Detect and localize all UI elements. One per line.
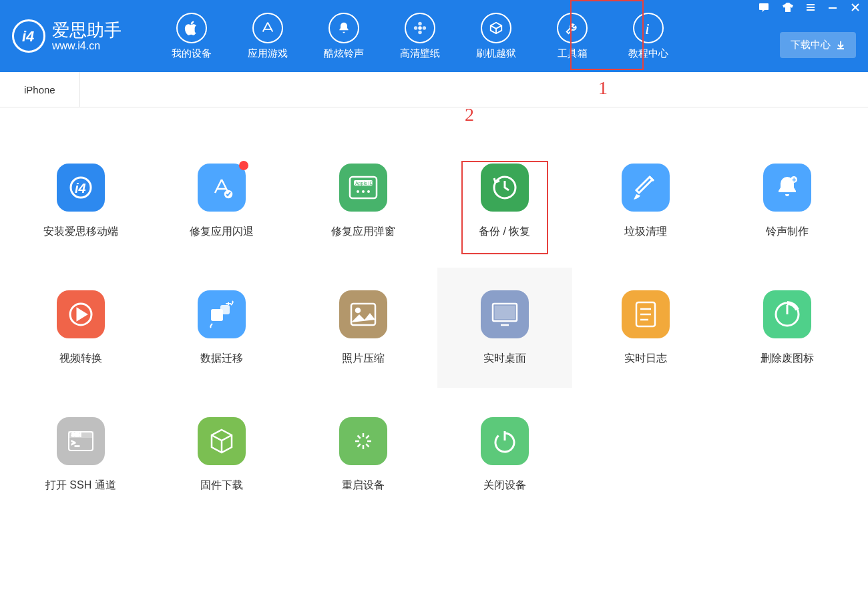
svg-point-31 <box>356 308 360 312</box>
box-icon <box>481 13 511 43</box>
download-center-button[interactable]: 下载中心 <box>780 32 856 58</box>
tool-label: 删除废图标 <box>761 352 814 366</box>
nav-apps[interactable]: 应用游戏 <box>230 0 306 72</box>
tool-icon <box>481 164 529 212</box>
tool-icon <box>198 417 246 465</box>
svg-text:>_: >_ <box>71 439 79 447</box>
tool-icon: i4 <box>57 164 105 212</box>
tool-label: 视频转换 <box>59 352 102 366</box>
svg-text:i4: i4 <box>22 28 34 45</box>
svg-line-52 <box>366 435 369 438</box>
tab-iphone[interactable]: iPhone <box>0 72 80 107</box>
svg-line-50 <box>366 444 369 447</box>
menu-icon[interactable] <box>804 1 817 15</box>
app-title: 爱思助手 <box>52 21 122 40</box>
tool-item-3[interactable]: 备份 / 恢复 <box>437 141 572 261</box>
svg-rect-7 <box>759 3 769 10</box>
tool-icon <box>622 164 670 212</box>
tool-item-14[interactable]: 重启设备 <box>296 394 431 515</box>
app-subtitle: www.i4.cn <box>52 40 122 52</box>
svg-text:+: + <box>792 176 796 184</box>
tool-label: 打开 SSH 通道 <box>45 479 116 493</box>
tool-label: 实时日志 <box>624 352 667 366</box>
tool-item-4[interactable]: 垃圾清理 <box>579 141 714 261</box>
tool-icon <box>57 290 105 338</box>
feedback-icon[interactable] <box>756 1 772 15</box>
svg-rect-33 <box>495 306 514 318</box>
tool-item-7[interactable]: 数据迁移 <box>155 268 290 388</box>
tool-item-8[interactable]: 照片压缩 <box>296 268 431 388</box>
tool-icon <box>198 290 246 338</box>
svg-rect-8 <box>807 4 815 5</box>
tool-icon <box>481 290 529 338</box>
tool-label: 修复应用弹窗 <box>331 225 395 239</box>
tool-label: 备份 / 恢复 <box>479 225 530 239</box>
tool-label: 垃圾清理 <box>624 225 667 239</box>
svg-marker-27 <box>77 309 86 320</box>
tool-item-10[interactable]: 实时日志 <box>579 268 714 388</box>
tool-label: 铃声制作 <box>766 225 809 239</box>
apple-icon <box>176 13 207 43</box>
tool-item-12[interactable]: SSH>_打开 SSH 通道 <box>13 394 148 515</box>
tool-icon <box>622 290 670 338</box>
bell-icon <box>329 13 359 43</box>
tool-item-9[interactable]: 实时桌面 <box>437 268 572 388</box>
tool-icon <box>481 417 529 465</box>
device-tab-bar: iPhone <box>0 72 868 107</box>
logo-text: 爱思助手 www.i4.cn <box>52 21 122 51</box>
svg-text:i: i <box>645 21 650 35</box>
tool-item-1[interactable]: 修复应用闪退 <box>155 141 290 261</box>
tool-label: 数据迁移 <box>200 352 243 366</box>
svg-point-2 <box>418 21 422 25</box>
annotation-2-label: 2 <box>465 104 474 125</box>
flower-icon <box>405 13 435 43</box>
annotation-1-box <box>570 0 644 70</box>
window-controls <box>750 0 868 17</box>
nav-my-device[interactable]: 我的设备 <box>154 0 230 72</box>
download-icon <box>836 41 845 50</box>
tool-icon: SSH>_ <box>57 417 105 465</box>
close-icon[interactable] <box>848 1 863 15</box>
tool-label: 重启设备 <box>342 479 385 493</box>
tool-icon <box>339 417 387 465</box>
tool-item-13[interactable]: 固件下载 <box>155 394 290 515</box>
tool-item-0[interactable]: i4安装爱思移动端 <box>13 141 148 261</box>
appstore-icon <box>252 13 283 43</box>
svg-rect-10 <box>807 9 815 11</box>
tool-item-11[interactable]: 删除废图标 <box>720 268 855 388</box>
svg-text:Apple ID: Apple ID <box>355 181 373 186</box>
tool-grid: i4安装爱思移动端修复应用闪退Apple ID修复应用弹窗备份 / 恢复垃圾清理… <box>13 141 855 515</box>
svg-line-51 <box>358 444 361 447</box>
svg-rect-9 <box>807 7 815 8</box>
svg-point-3 <box>418 30 422 33</box>
tool-label: 固件下载 <box>200 479 243 493</box>
svg-point-22 <box>367 190 370 193</box>
minimize-icon[interactable] <box>825 1 840 15</box>
tool-label: 实时桌面 <box>483 352 526 366</box>
tool-label: 修复应用闪退 <box>190 225 254 239</box>
svg-text:i4: i4 <box>75 181 86 196</box>
svg-point-21 <box>362 190 365 193</box>
svg-point-4 <box>414 26 418 30</box>
tool-item-5[interactable]: +铃声制作 <box>720 141 855 261</box>
tool-icon <box>339 290 387 338</box>
tool-label: 安装爱思移动端 <box>43 225 118 239</box>
logo-icon: i4 <box>12 19 45 53</box>
tool-icon: Apple ID <box>339 164 387 212</box>
nav-wallpapers[interactable]: 高清壁纸 <box>382 0 458 72</box>
tool-item-6[interactable]: 视频转换 <box>13 268 148 388</box>
tool-item-15[interactable]: 关闭设备 <box>437 394 572 515</box>
tool-icon <box>763 290 811 338</box>
svg-rect-17 <box>350 177 377 198</box>
tool-item-2[interactable]: Apple ID修复应用弹窗 <box>296 141 431 261</box>
nav-flash[interactable]: 刷机越狱 <box>458 0 534 72</box>
svg-point-20 <box>357 190 359 193</box>
tool-icon <box>198 164 246 212</box>
app-header: i4 爱思助手 www.i4.cn 我的设备 应用游戏 酷炫铃声 高清壁纸 刷机… <box>0 0 868 72</box>
tool-label: 关闭设备 <box>483 479 526 493</box>
svg-text:SSH: SSH <box>71 432 81 437</box>
skin-icon[interactable] <box>780 1 796 15</box>
svg-rect-29 <box>220 305 230 314</box>
nav-ringtones[interactable]: 酷炫铃声 <box>306 0 382 72</box>
svg-point-1 <box>418 26 422 30</box>
